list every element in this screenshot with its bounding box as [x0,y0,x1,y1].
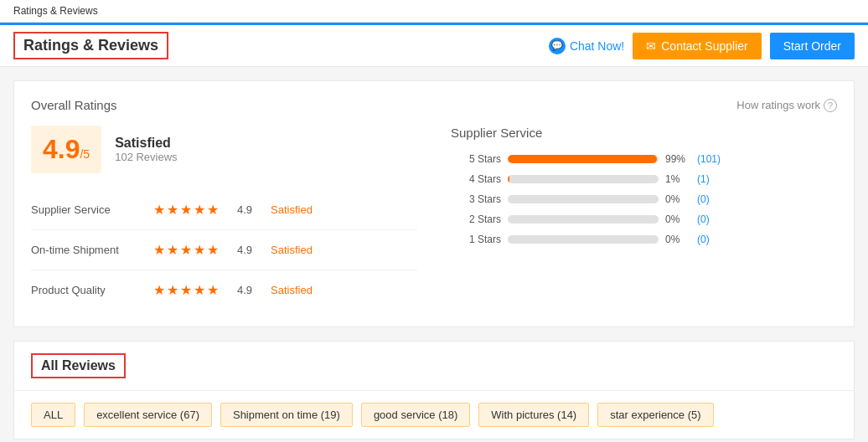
stars-product-quality: ★ ★ ★ ★ ★ [153,282,219,298]
start-order-button[interactable]: Start Order [770,33,855,59]
filter-tags-container: ALL excellent service (67) Shipment on t… [14,391,854,439]
all-reviews-card: All Reviews ALL excellent service (67) S… [13,341,855,439]
bar-track-4stars [508,175,659,183]
contact-supplier-button[interactable]: ✉ Contact Supplier [633,33,762,59]
bar-track-5stars [508,155,659,163]
chat-icon: 💬 [549,38,566,54]
card-header: Overall Ratings How ratings work ? [31,98,837,112]
main-content: Overall Ratings How ratings work ? 4.9/5… [0,67,868,442]
bar-row-4stars: 4 Stars 1% (1) [451,173,837,185]
category-row-ontime-shipment: On-time Shipment ★ ★ ★ ★ ★ 4.9 Satisfied [31,230,417,270]
category-row-supplier-service: Supplier Service ★ ★ ★ ★ ★ 4.9 Satisfied [31,190,417,230]
page-title: Ratings & Reviews [13,32,168,59]
top-bar: Ratings & Reviews 💬 Chat Now! ✉ Contact … [0,23,868,67]
filter-tag-star-experience[interactable]: star experience (5) [597,403,713,427]
bar-track-2stars [508,215,659,224]
overall-ratings-title: Overall Ratings [31,98,117,112]
stars-supplier-service: ★ ★ ★ ★ ★ [153,202,219,218]
help-icon: ? [824,99,837,112]
score-area: 4.9/5 Satisfied 102 Reviews [31,126,417,173]
top-bar-left: Ratings & Reviews [13,32,168,59]
score-info: Satisfied 102 Reviews [115,136,177,163]
right-ratings-section: Supplier Service 5 Stars 99% (101) 4 Sta… [451,126,837,310]
stars-ontime-shipment: ★ ★ ★ ★ ★ [153,242,219,258]
filter-tag-with-pictures[interactable]: With pictures (14) [478,403,589,427]
ratings-card: Overall Ratings How ratings work ? 4.9/5… [13,80,855,327]
bar-row-5stars: 5 Stars 99% (101) [451,153,837,165]
bar-fill-4stars [508,175,509,183]
section-breadcrumb: Ratings & Reviews [0,0,868,23]
bar-row-2stars: 2 Stars 0% (0) [451,213,837,225]
chat-now-button[interactable]: 💬 Chat Now! [549,38,624,54]
filter-tag-all[interactable]: ALL [31,403,75,427]
all-reviews-header: All Reviews [14,342,854,391]
filter-tag-excellent-service[interactable]: excellent service (67) [84,403,212,427]
bar-row-1stars: 1 Stars 0% (0) [451,234,837,245]
filter-tag-good-service[interactable]: good service (18) [361,403,470,427]
bar-track-3stars [508,195,659,203]
how-ratings-work-link[interactable]: How ratings work ? [736,99,837,112]
left-ratings-section: 4.9/5 Satisfied 102 Reviews Supplier Ser… [31,126,417,310]
bar-fill-5stars [508,155,657,163]
ratings-body: 4.9/5 Satisfied 102 Reviews Supplier Ser… [31,126,837,310]
filter-tag-shipment-on-time[interactable]: Shipment on time (19) [220,403,353,427]
bar-row-3stars: 3 Stars 0% (0) [451,193,837,205]
mail-icon: ✉ [646,39,656,53]
score-box: 4.9/5 [31,126,101,173]
top-bar-right: 💬 Chat Now! ✉ Contact Supplier Start Ord… [549,33,855,59]
all-reviews-title: All Reviews [31,353,126,378]
category-row-product-quality: Product Quality ★ ★ ★ ★ ★ 4.9 Satisfied [31,270,417,310]
bar-track-1stars [508,235,659,244]
